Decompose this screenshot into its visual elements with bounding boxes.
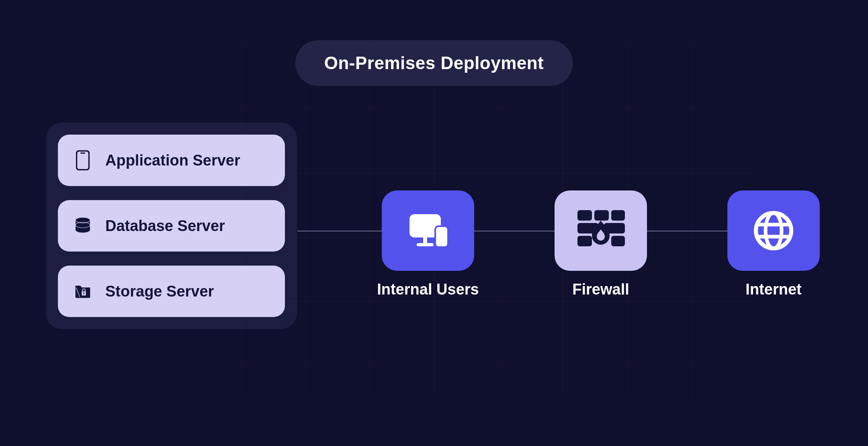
server-panel: Application Server Database Server <box>46 123 297 329</box>
server-card-application: Application Server <box>58 135 285 186</box>
svg-rect-15 <box>611 210 625 221</box>
phone-icon <box>75 151 91 170</box>
devices-icon <box>404 209 452 253</box>
svg-rect-19 <box>611 236 625 246</box>
server-label: Application Server <box>105 152 240 169</box>
connector-line <box>297 231 382 231</box>
svg-rect-11 <box>417 243 434 246</box>
node-internet: Internet <box>727 190 820 271</box>
node-label: Internet <box>745 281 801 298</box>
svg-rect-8 <box>84 293 84 294</box>
svg-rect-1 <box>80 153 85 154</box>
svg-point-21 <box>766 213 782 248</box>
node-label: Internal Users <box>377 281 479 298</box>
firewall-icon <box>573 205 629 257</box>
svg-rect-18 <box>577 236 592 246</box>
server-label: Storage Server <box>105 283 214 300</box>
globe-icon <box>751 209 796 253</box>
database-icon <box>75 216 91 235</box>
node-label: Firewall <box>572 281 629 298</box>
folder-lock-icon <box>75 282 91 301</box>
server-card-storage: Storage Server <box>58 266 285 317</box>
node-firewall: Firewall <box>555 190 647 271</box>
server-label: Database Server <box>105 217 225 235</box>
node-internal-users: Internal Users <box>382 190 474 271</box>
background-grid <box>241 44 755 398</box>
svg-rect-10 <box>423 237 427 243</box>
svg-rect-0 <box>77 151 89 170</box>
svg-rect-14 <box>594 210 609 221</box>
server-card-database: Database Server <box>58 200 285 252</box>
connector-line <box>474 231 555 231</box>
svg-rect-12 <box>435 226 448 247</box>
svg-rect-13 <box>577 210 592 221</box>
svg-point-20 <box>756 213 791 248</box>
connector-line <box>647 231 727 231</box>
diagram-title: On-Premises Deployment <box>295 40 573 86</box>
